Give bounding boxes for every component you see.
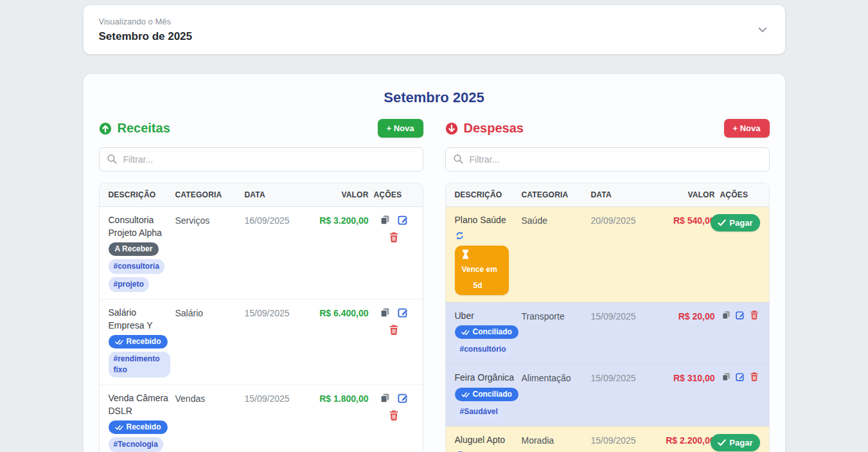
row-description: Salário Empresa Y <box>109 307 170 332</box>
tag-badge: #consultoria <box>109 259 164 274</box>
pay-button[interactable]: Pagar <box>711 214 759 231</box>
delete-button[interactable] <box>749 310 759 320</box>
month-selector[interactable]: Visualizando o Mês Setembro de 2025 <box>84 5 785 54</box>
check-icon <box>718 438 726 447</box>
edit-button[interactable] <box>735 372 745 382</box>
cell-acoes <box>720 310 760 320</box>
copy-button[interactable] <box>379 214 391 226</box>
month-panel: Setembro 2025 Receitas + Nova <box>84 74 785 452</box>
cell-data: 16/09/2025 <box>245 214 304 226</box>
double-check-icon <box>461 390 470 399</box>
cell-valor: R$ 3.200,00 <box>309 214 369 226</box>
cell-descricao: UberConciliado#consultório <box>455 310 517 357</box>
despesas-table: DESCRIÇÃO CATEGORIA DATA VALOR AÇÕES Pla… <box>445 183 770 452</box>
tag-badge: #rendimento fixo <box>109 352 170 377</box>
cell-valor: R$ 310,00 <box>655 372 715 383</box>
row-description: Plano Saúde <box>455 214 506 227</box>
cell-data: 20/09/2025 <box>591 214 650 226</box>
cell-data: 15/09/2025 <box>245 307 304 318</box>
status-badge: Conciliado <box>455 388 518 401</box>
cell-valor: R$ 6.400,00 <box>309 307 369 318</box>
due-badge-days: 5d <box>462 280 502 291</box>
status-badge: Recebido <box>109 335 168 348</box>
cell-descricao: Salário Empresa YRecebido#rendimento fix… <box>109 307 170 377</box>
row-description: Venda Câmera DSLR <box>109 392 170 417</box>
action-icons <box>374 392 414 421</box>
delete-button[interactable] <box>388 324 400 336</box>
status-badge-label: Conciliado <box>473 390 512 399</box>
cell-data: 15/09/2025 <box>245 392 304 404</box>
despesas-header: Despesas + Nova <box>445 119 770 138</box>
copy-icon <box>721 374 731 384</box>
column-header-acoes: AÇÕES <box>374 190 414 199</box>
edit-icon <box>735 312 745 322</box>
hourglass-icon <box>462 249 469 259</box>
row-description: Feira Orgânica <box>455 372 515 384</box>
receitas-filter-input[interactable] <box>99 147 423 172</box>
copy-icon <box>721 312 731 322</box>
month-selector-text: Visualizando o Mês Setembro de 2025 <box>99 17 193 43</box>
row-description: Consultoria Projeto Alpha <box>109 214 170 239</box>
cell-descricao: Plano SaúdeVence em5d <box>455 214 517 295</box>
recurring-icon <box>455 230 465 241</box>
check-icon <box>718 219 726 227</box>
search-icon <box>453 154 464 165</box>
chevron-down-icon[interactable] <box>756 23 770 37</box>
receitas-table: DESCRIÇÃO CATEGORIA DATA VALOR AÇÕES Con… <box>99 183 423 452</box>
edit-icon <box>735 374 745 384</box>
status-badge-label: Recebido <box>127 423 161 431</box>
pay-button[interactable]: Pagar <box>711 434 759 451</box>
copy-icon <box>379 311 391 320</box>
despesas-new-button[interactable]: + Nova <box>724 119 770 138</box>
search-icon <box>107 154 118 165</box>
row-description: Aluguel Apto <box>455 434 506 447</box>
cell-categoria: Serviços <box>175 214 240 226</box>
receitas-filter <box>99 147 423 172</box>
table-row: Aluguel AptoVence emMoradia15/09/2025R$ … <box>446 426 769 452</box>
edit-button[interactable] <box>397 392 409 404</box>
action-icons <box>720 372 760 382</box>
action-icons <box>374 307 414 336</box>
delete-icon <box>388 413 400 423</box>
edit-button[interactable] <box>735 310 745 320</box>
copy-button[interactable] <box>721 372 731 382</box>
column-header-categoria: CATEGORIA <box>522 190 586 199</box>
delete-icon <box>749 312 759 322</box>
column-header-categoria: CATEGORIA <box>175 190 240 199</box>
cell-descricao: Aluguel AptoVence em <box>455 434 517 452</box>
despesas-filter-input[interactable] <box>445 147 770 172</box>
recurring-icon <box>455 449 465 452</box>
table-row: Venda Câmera DSLRRecebido#TecnologiaVend… <box>100 384 423 452</box>
delete-icon <box>388 235 400 245</box>
cell-categoria: Saúde <box>522 214 586 226</box>
row-description: Uber <box>455 310 474 323</box>
cell-acoes <box>374 392 414 421</box>
column-header-descricao: DESCRIÇÃO <box>455 190 517 199</box>
copy-button[interactable] <box>379 392 391 404</box>
edit-icon <box>397 311 409 320</box>
despesas-table-body: Plano SaúdeVence em5dSaúde20/09/2025R$ 5… <box>446 207 769 452</box>
table-row: Salário Empresa YRecebido#rendimento fix… <box>100 299 423 384</box>
double-check-icon <box>115 338 123 346</box>
delete-button[interactable] <box>388 231 400 243</box>
despesas-title: Despesas <box>445 121 524 136</box>
pay-button-label: Pagar <box>729 218 752 228</box>
cell-categoria: Salário <box>175 307 240 318</box>
edit-button[interactable] <box>397 307 409 318</box>
column-header-data: DATA <box>245 190 304 199</box>
column-header-data: DATA <box>591 190 650 199</box>
cell-descricao: Consultoria Projeto AlphaA Receber#consu… <box>109 214 170 292</box>
cell-categoria: Transporte <box>522 310 586 321</box>
copy-button[interactable] <box>379 307 391 318</box>
table-row: Plano SaúdeVence em5dSaúde20/09/2025R$ 5… <box>446 207 769 302</box>
delete-button[interactable] <box>749 372 759 382</box>
receitas-new-button[interactable]: + Nova <box>378 119 423 138</box>
edit-icon <box>397 396 409 406</box>
double-check-icon <box>461 328 470 336</box>
double-check-icon <box>115 423 123 431</box>
delete-button[interactable] <box>388 410 400 421</box>
edit-button[interactable] <box>397 214 409 226</box>
copy-button[interactable] <box>721 310 731 320</box>
cell-valor: R$ 2.200,00 <box>655 434 715 446</box>
action-icons <box>720 310 760 320</box>
